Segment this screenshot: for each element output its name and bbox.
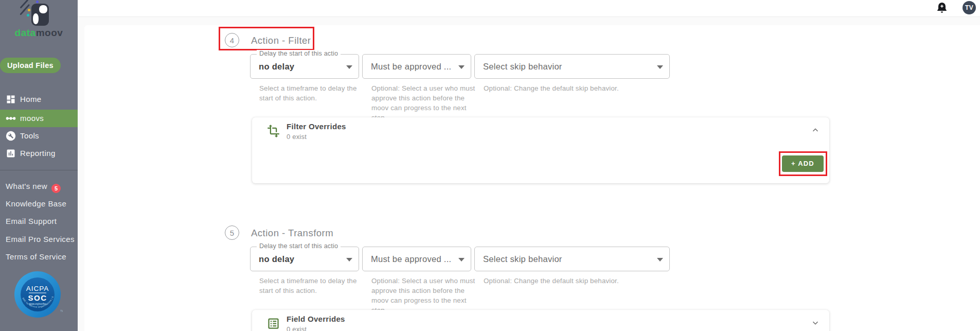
field-overrides-card: Field Overrides 0 exist (252, 310, 829, 331)
delay-select[interactable]: Delay the start of this actio no delay (250, 247, 359, 271)
user-avatar[interactable]: TV (963, 1, 976, 14)
skip-behavior-select[interactable]: Select skip behavior (474, 54, 670, 79)
sidebar-item-reporting[interactable]: Reporting (0, 145, 78, 162)
dropdown-arrow-icon (458, 258, 465, 262)
logo-text-green: data (15, 27, 36, 38)
helper-text: Select a timeframe to delay the start of… (259, 83, 362, 103)
step-number-badge: 4 (225, 33, 239, 47)
step-number-badge: 5 (225, 225, 239, 240)
skip-behavior-select[interactable]: Select skip behavior (474, 247, 670, 271)
app-root: datamoov Upload Files Home moovs Tools R… (0, 0, 980, 331)
helper-text: Optional: Change the default skip behavi… (484, 276, 658, 286)
select-value: Must be approved ... (371, 55, 451, 79)
soc-soc-text: SOC (28, 293, 47, 302)
sidebar-item-tools[interactable]: Tools (0, 127, 78, 145)
chevron-down-icon[interactable] (811, 318, 820, 327)
sidebar-item-home[interactable]: Home (0, 91, 78, 108)
bar-chart-icon (6, 148, 16, 159)
step-fields-row: Delay the start of this actio no delay M… (250, 54, 670, 79)
upload-files-button[interactable]: Upload Files (0, 58, 61, 73)
step-title: Action - Transform (251, 228, 333, 239)
card-count: 0 exist (287, 133, 307, 141)
soc-tm-text: TM (60, 310, 63, 312)
step-fields-row: Delay the start of this actio no delay M… (250, 247, 670, 271)
whats-new-link[interactable]: What's new5 (6, 182, 61, 193)
select-value: Select skip behavior (483, 247, 562, 271)
wrench-icon (6, 131, 16, 141)
terms-of-service-link[interactable]: Terms of Service (6, 252, 66, 261)
sidebar-item-label: Home (20, 95, 42, 103)
card-title: Filter Overrides (287, 122, 346, 131)
chevron-up-icon[interactable] (811, 126, 820, 135)
card-count: 0 exist (287, 325, 307, 331)
sidebar-item-label: Reporting (20, 149, 56, 158)
helper-text: Select a timeframe to delay the start of… (259, 276, 362, 295)
dropdown-arrow-icon (458, 65, 465, 69)
email-pro-services-link[interactable]: Email Pro Services (6, 235, 75, 243)
soc-aicpa-text: AICPA (26, 285, 49, 292)
helper-text: Optional: Change the default skip behavi… (484, 83, 658, 93)
dropdown-arrow-icon (346, 258, 352, 262)
select-value: Must be approved ... (371, 247, 451, 271)
add-filter-override-button[interactable]: + ADD (782, 155, 824, 172)
helper-text: Optional: Select a user who must approve… (371, 276, 477, 315)
logo-text-dark: moov (36, 27, 63, 38)
notification-bell-icon[interactable] (936, 2, 948, 14)
approver-select[interactable]: Must be approved ... (362, 54, 471, 79)
sidebar-divider (0, 170, 78, 170)
whats-new-badge: 5 (51, 184, 61, 193)
logo-wordmark: datamoov (0, 27, 78, 39)
dropdown-arrow-icon (657, 258, 663, 262)
select-value: no delay (259, 247, 294, 271)
topbar: TV (78, 0, 980, 17)
soc-url-text: aicpa.org/soc4so (29, 303, 47, 305)
dropdown-arrow-icon (346, 65, 352, 69)
sidebar-item-label: moovs (20, 114, 44, 123)
moovs-dots-icon (6, 113, 16, 124)
list-icon (266, 317, 280, 330)
sidebar-item-label: Tools (20, 131, 39, 140)
sidebar-item-moovs[interactable]: moovs (0, 110, 78, 127)
step-title: Action - Filter (251, 35, 311, 46)
select-value: Select skip behavior (483, 55, 562, 79)
sidebar: datamoov Upload Files Home moovs Tools R… (0, 0, 78, 331)
logo[interactable]: datamoov (0, 0, 78, 41)
transform-icon (266, 124, 280, 138)
card-title: Field Overrides (287, 315, 345, 323)
dropdown-arrow-icon (657, 65, 663, 69)
knowledge-base-link[interactable]: Knowledge Base (6, 199, 66, 208)
dashboard-icon (6, 94, 16, 104)
helper-text: Optional: Select a user who must approve… (371, 83, 477, 123)
delay-select[interactable]: Delay the start of this actio no delay (250, 54, 359, 79)
approver-select[interactable]: Must be approved ... (362, 247, 471, 271)
filter-overrides-card: Filter Overrides 0 exist + ADD (252, 117, 829, 183)
main-area: TV 4 Action - Filter Delay the start of … (78, 0, 980, 331)
email-support-link[interactable]: Email Support (6, 217, 57, 225)
aicpa-soc-badge: SOC for Service Organizations | Service … (13, 270, 63, 319)
select-value: no delay (259, 55, 294, 79)
